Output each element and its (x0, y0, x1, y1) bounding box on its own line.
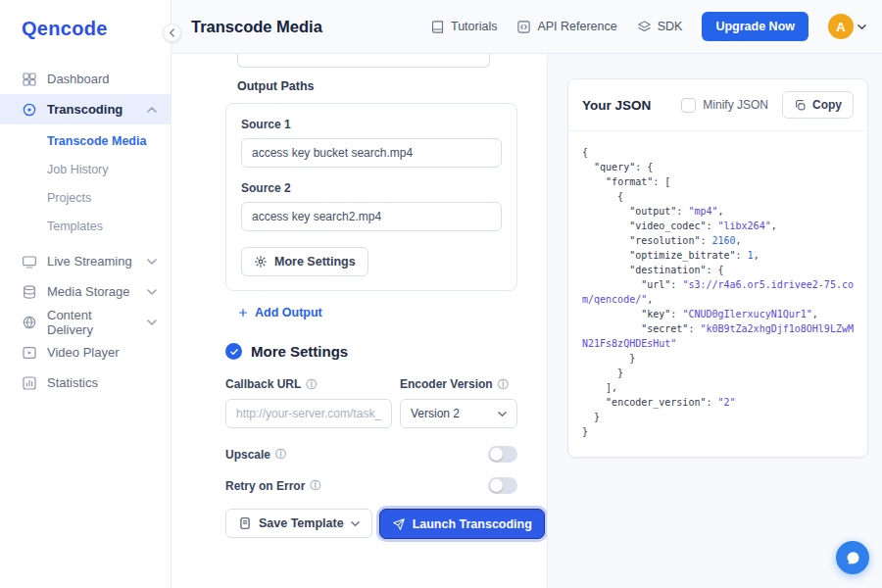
launch-transcoding-button[interactable]: Launch Transcoding (379, 509, 545, 539)
more-settings-section-header: More Settings (225, 343, 517, 360)
sidebar-subitem-templates[interactable]: Templates (0, 213, 171, 241)
json-column: Your JSON Minify JSON Copy { "query": { … (547, 54, 882, 588)
save-template-button[interactable]: Save Template (225, 509, 372, 538)
save-template-label: Save Template (259, 516, 344, 530)
sidebar: Qencode Dashboard Transcoding Transcode … (0, 0, 172, 588)
callback-url-input[interactable] (225, 399, 392, 428)
chevron-down-icon (498, 410, 507, 418)
more-settings-title: More Settings (251, 343, 348, 360)
account-menu[interactable]: A (828, 14, 866, 39)
sidebar-subitem-job-history[interactable]: Job History (0, 156, 171, 184)
more-settings-button-label: More Settings (274, 255, 356, 269)
encoder-version-value: Version 2 (411, 407, 460, 420)
plus-icon (237, 307, 249, 318)
chevron-down-icon (147, 287, 157, 297)
more-settings-button[interactable]: More Settings (241, 247, 368, 276)
add-output-link[interactable]: Add Output (237, 306, 322, 319)
source1-input[interactable] (241, 138, 502, 168)
sdk-link[interactable]: SDK (637, 20, 683, 34)
dashboard-icon (22, 72, 37, 87)
minify-json-checkbox[interactable] (681, 98, 696, 113)
avatar: A (828, 14, 854, 39)
sidebar-item-content-delivery[interactable]: Content Delivery (0, 307, 171, 337)
upscale-label: Upscale ⓘ (225, 448, 286, 462)
upscale-row: Upscale ⓘ (225, 446, 517, 463)
sidebar-item-label: Video Player (47, 345, 119, 360)
encoder-version-label: Encoder Version ⓘ (400, 377, 517, 391)
tutorials-label: Tutorials (451, 20, 497, 33)
tutorials-icon (430, 20, 445, 34)
output-card: Source 1 Source 2 More Settings (225, 103, 517, 291)
retry-on-error-label: Retry on Error ⓘ (225, 479, 320, 493)
cutoff-input[interactable] (237, 54, 490, 68)
check-circle-icon (225, 343, 242, 360)
app-root: Qencode Dashboard Transcoding Transcode … (0, 0, 882, 588)
info-icon[interactable]: ⓘ (310, 480, 320, 491)
page-title: Transcode Media (191, 18, 322, 36)
retry-on-error-toggle[interactable] (488, 477, 517, 494)
statistics-icon (22, 375, 37, 391)
source2-label: Source 2 (241, 181, 502, 195)
content-delivery-icon (22, 315, 37, 330)
source1-label: Source 1 (241, 118, 502, 131)
minify-json-label: Minify JSON (703, 98, 768, 112)
video-player-icon (22, 345, 37, 361)
json-code: { "query": { "format": [ { "output": "mp… (568, 131, 867, 457)
api-reference-label: API Reference (537, 20, 616, 33)
live-streaming-icon (22, 254, 37, 270)
qencode-logo: Qencode (22, 18, 171, 40)
tutorials-link[interactable]: Tutorials (430, 20, 497, 34)
copy-icon (794, 99, 807, 112)
sidebar-item-media-storage[interactable]: Media Storage (0, 276, 171, 307)
sidebar-item-live-streaming[interactable]: Live Streaming (0, 246, 171, 276)
media-storage-icon (22, 284, 37, 300)
content: Output Paths Source 1 Source 2 More Sett… (172, 54, 882, 588)
info-icon[interactable]: ⓘ (306, 379, 317, 390)
transcoding-submenu: Transcode Media Job History Projects Tem… (0, 124, 171, 246)
encoder-version-field: Encoder Version ⓘ Version 2 (400, 377, 517, 428)
chevron-up-icon (147, 105, 157, 115)
retry-on-error-row: Retry on Error ⓘ (225, 477, 517, 494)
info-icon[interactable]: ⓘ (275, 449, 286, 460)
output-paths-label: Output Paths (237, 79, 517, 93)
sidebar-item-label: Media Storage (47, 284, 130, 299)
sidebar-item-label: Statistics (47, 375, 98, 390)
api-reference-link[interactable]: API Reference (516, 20, 616, 34)
sidebar-item-video-player[interactable]: Video Player (0, 337, 171, 368)
chat-widget-button[interactable] (836, 541, 869, 574)
sidebar-subitem-projects[interactable]: Projects (0, 184, 171, 213)
chevron-down-icon (351, 519, 360, 528)
encoder-version-select[interactable]: Version 2 (400, 399, 517, 428)
sidebar-item-statistics[interactable]: Statistics (0, 368, 171, 398)
chat-icon (845, 550, 861, 566)
topbar: Transcode Media Tutorials API Reference … (172, 0, 882, 54)
upgrade-now-button[interactable]: Upgrade Now (702, 12, 808, 41)
sidebar-subitem-transcode-media[interactable]: Transcode Media (0, 127, 171, 156)
copy-button[interactable]: Copy (782, 91, 854, 119)
sdk-label: SDK (658, 20, 683, 33)
sidebar-item-dashboard[interactable]: Dashboard (0, 64, 171, 94)
gear-icon (254, 255, 268, 269)
chevron-down-icon (858, 23, 866, 31)
sdk-icon (637, 20, 652, 34)
callback-url-field: Callback URL ⓘ (225, 377, 392, 428)
api-reference-icon (516, 20, 531, 34)
json-panel-title: Your JSON (582, 98, 651, 113)
callback-url-label: Callback URL ⓘ (225, 377, 392, 391)
source2-input[interactable] (241, 202, 502, 231)
upscale-toggle[interactable] (488, 446, 517, 463)
main-area: Transcode Media Tutorials API Reference … (172, 0, 882, 588)
transcoding-icon (22, 102, 37, 118)
launch-transcoding-label: Launch Transcoding (413, 517, 532, 531)
sidebar-collapse-button[interactable] (163, 24, 181, 42)
sidebar-item-label: Dashboard (47, 72, 110, 86)
sidebar-item-label: Content Delivery (47, 308, 137, 337)
add-output-label: Add Output (255, 306, 322, 319)
chevron-down-icon (147, 318, 157, 327)
info-icon[interactable]: ⓘ (498, 379, 509, 390)
transcode-form-column: Output Paths Source 1 Source 2 More Sett… (172, 54, 547, 588)
minify-json-control[interactable]: Minify JSON (681, 98, 768, 113)
sidebar-item-label: Transcoding (47, 102, 122, 117)
sidebar-item-transcoding[interactable]: Transcoding (0, 94, 171, 124)
sidebar-item-label: Live Streaming (47, 254, 132, 269)
